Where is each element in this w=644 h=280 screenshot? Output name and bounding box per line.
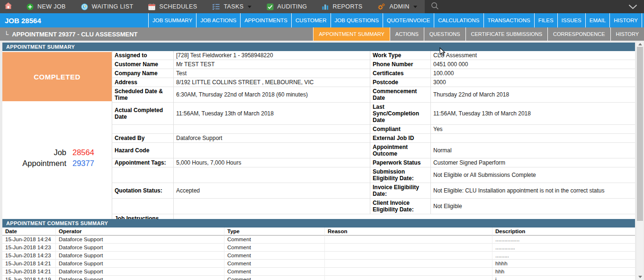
job-tab-calculations[interactable]: CALCULATIONS (434, 13, 483, 27)
comment-cell: Comment (224, 236, 325, 244)
job-bar: JOB 28564 JOB SUMMARYJOB ACTIONSAPPOINTM… (0, 13, 644, 27)
comment-cell: Dataforce Support (56, 244, 224, 252)
nav-item-auditing[interactable]: AUDITING (259, 0, 315, 13)
summary-row: Customer NameMr TEST TESTPhone Number045… (112, 60, 635, 69)
nav-item-label: TASKS (224, 3, 243, 10)
comments-table: DateOperatorTypeReasonDescription15-Jun-… (2, 228, 635, 280)
comments-column-operator: Operator (56, 228, 224, 236)
summary-value: CLU Assessment (431, 51, 635, 60)
summary-label: Client Invoice Eligibility Date: (370, 199, 431, 214)
summary-value: 11:56AM, Tuesday 13th of March 2018 (431, 103, 635, 125)
comment-cell: hhh (492, 268, 635, 276)
nav-item-schedules[interactable]: SCHEDULES (141, 0, 205, 13)
job-tab-files[interactable]: FILES (534, 13, 557, 27)
scroll-down-button[interactable] (636, 276, 644, 278)
summary-value: 11:56AM, Tuesday 13th of March 2018 (174, 103, 370, 125)
summary-label: Created By (112, 134, 174, 143)
job-tab-job-summary[interactable]: JOB SUMMARY (148, 13, 196, 27)
comment-cell: 15-Jun-2018 14:21 (2, 268, 56, 276)
comment-cell (325, 244, 492, 252)
job-tab-quote-invoice[interactable]: QUOTE/INVOICE (383, 13, 434, 27)
summary-value: Yes (431, 125, 635, 134)
job-tab-customer[interactable]: CUSTOMER (291, 13, 331, 27)
status-panel: COMPLETED Job 28564 Appointment 29377 (2, 51, 112, 223)
job-tab-appointments[interactable]: APPOINTMENTS (240, 13, 291, 27)
scrollbar-thumb[interactable] (637, 47, 643, 221)
nav-item-label: NEW JOB (37, 3, 66, 10)
home-button[interactable] (0, 0, 19, 13)
appointment-tab-questions[interactable]: QUESTIONS (424, 27, 465, 41)
job-tab-transactions[interactable]: TRANSACTIONS (483, 13, 534, 27)
top-nav: NEW JOBWAITING LISTSCHEDULESTASKSAUDITIN… (0, 0, 644, 13)
comment-cell: Dataforce Support (56, 260, 224, 268)
summary-row: Client Invoice Eligibility Date:Not Elig… (112, 199, 635, 214)
vertical-scrollbar[interactable] (636, 42, 644, 280)
summary-label (112, 167, 174, 183)
comment-row: 15-Jun-2018 14:23Dataforce SupportCommen… (2, 244, 635, 252)
chevron-down-icon[interactable] (628, 4, 637, 9)
job-tab-issues[interactable]: ISSUES (557, 13, 585, 27)
summary-label: Last Sync/Completion Date (370, 103, 431, 125)
summary-label: Quotation Status: (112, 183, 174, 199)
summary-row: Address8/192 LITTLE COLLINS STREET , MEL… (112, 78, 635, 87)
comment-cell: Comment (224, 244, 325, 252)
appointment-summary-header: APPOINTMENT SUMMARY (2, 43, 635, 51)
new-job-icon (27, 3, 34, 10)
summary-row: Assigned to[728] Test Fieldworker 1 - 39… (112, 51, 635, 60)
nav-item-new-job[interactable]: NEW JOB (19, 0, 73, 13)
summary-label: Paperwork Status (370, 158, 431, 167)
summary-label: Postcode (370, 78, 431, 87)
summary-value: Not Eligible or All Submissions Complete (431, 167, 635, 183)
job-tab-email[interactable]: EMAIL (585, 13, 610, 27)
summary-row: Company NameTestCertificates100.000 (112, 69, 635, 78)
summary-table: Assigned to[728] Test Fieldworker 1 - 39… (112, 51, 635, 223)
job-tab-history[interactable]: HISTORY (609, 13, 642, 27)
summary-value: Dataforce Support (174, 134, 370, 143)
nav-item-admin[interactable]: ADMIN (370, 0, 424, 13)
job-id-link[interactable]: 28564 (72, 148, 112, 158)
appointment-tab-appointment-summary[interactable]: APPOINTMENT SUMMARY (313, 27, 389, 41)
comment-cell: 15-Jun-2018 14:21 (2, 260, 56, 268)
summary-value: 8/192 LITTLE COLLINS STREET , MELBOURNE,… (174, 78, 370, 87)
appointment-tab-history[interactable]: HISTORY (610, 27, 644, 41)
comment-row: 15-Jun-2018 14:19Dataforce SupportCommen… (2, 276, 635, 280)
nav-item-waiting-list[interactable]: WAITING LIST (73, 0, 141, 13)
summary-row: Quotation Status:AcceptedInvoice Eligibi… (112, 183, 635, 199)
appointment-tab-certificate-submissions[interactable]: CERTIFICATE SUBMISSIONS (465, 27, 548, 41)
auditing-icon (267, 3, 274, 10)
summary-value: 0451 000 000 (431, 60, 635, 69)
summary-row: CompliantYes (112, 125, 635, 134)
appointment-id-link[interactable]: 29377 (72, 158, 112, 168)
caret-down-icon (413, 6, 417, 8)
summary-value: Normal (431, 143, 635, 158)
appointment-tab-correspondence[interactable]: CORRESPONDENCE (547, 27, 610, 41)
comment-cell (325, 260, 492, 268)
home-icon (4, 2, 12, 11)
appointment-id-label: Appointment (2, 158, 66, 168)
search-bar[interactable] (425, 0, 644, 13)
summary-value (174, 167, 370, 183)
summary-row: Actual Completed Date11:56AM, Tuesday 13… (112, 103, 635, 125)
scroll-up-button[interactable] (636, 43, 644, 45)
summary-label: Invoice Eligibility Date: (370, 183, 431, 199)
appointment-tab-actions[interactable]: ACTIONS (390, 27, 424, 41)
comment-cell: 15-Jun-2018 14:19 (2, 276, 56, 280)
summary-row: Created ByDataforce SupportExternal Job … (112, 134, 635, 143)
comments-column-description: Description (492, 228, 635, 236)
comment-cell: Comment (224, 260, 325, 268)
comment-cell (325, 276, 492, 280)
summary-value (174, 199, 370, 214)
tasks-icon (212, 3, 220, 10)
summary-label: Commencement Date (370, 87, 431, 103)
summary-label: Scheduled Date & Time (112, 87, 174, 103)
comment-cell: Comment (224, 268, 325, 276)
summary-label: Appointment Outcome (370, 143, 431, 158)
job-tab-job-actions[interactable]: JOB ACTIONS (196, 13, 240, 27)
comment-row: 15-Jun-2018 14:24Dataforce SupportCommen… (2, 236, 635, 244)
nav-item-tasks[interactable]: TASKS (205, 0, 259, 13)
status-badge: COMPLETED (2, 52, 112, 101)
nav-item-reports[interactable]: REPORTS (314, 0, 370, 13)
job-tab-job-questions[interactable]: JOB QUESTIONS (331, 13, 383, 27)
summary-label: Submission Eligibility Date: (370, 167, 431, 183)
summary-value: Mr TEST TEST (174, 60, 370, 69)
